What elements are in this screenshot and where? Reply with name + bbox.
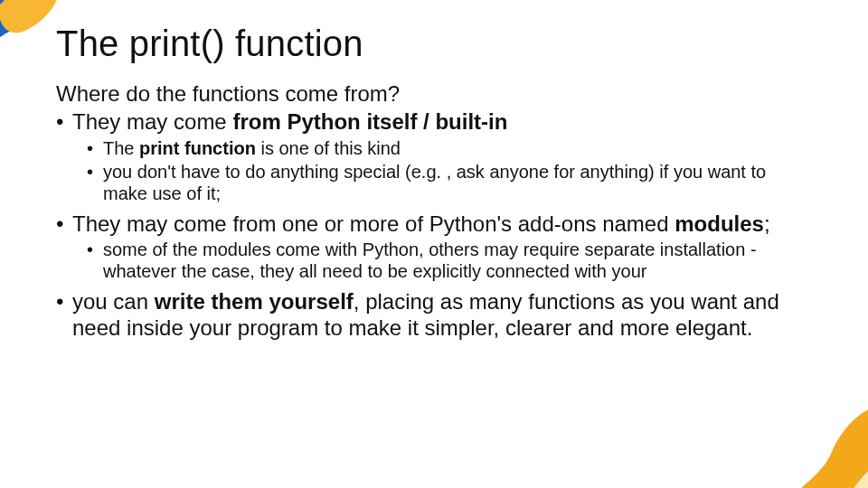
bullet-list: They may come from Python itself / built… bbox=[56, 108, 812, 341]
bullet-item: They may come from Python itself / built… bbox=[56, 108, 812, 135]
sub-bullet-list: some of the modules come with Python, ot… bbox=[56, 239, 812, 283]
slide-content: The print() function Where do the functi… bbox=[56, 23, 812, 341]
lead-question: Where do the functions come from? bbox=[56, 80, 812, 107]
slide-title: The print() function bbox=[56, 23, 812, 64]
sub-bullet-list: The print function is one of this kindyo… bbox=[56, 137, 812, 205]
bullet-item: They may come from one or more of Python… bbox=[56, 211, 812, 237]
slide: The print() function Where do the functi… bbox=[0, 0, 868, 488]
bullet-item: you can write them yourself, placing as … bbox=[56, 288, 812, 342]
sub-bullet-item: you don't have to do anything special (e… bbox=[87, 161, 812, 205]
corner-blob-bottom-right-icon bbox=[741, 380, 868, 488]
sub-bullet-item: The print function is one of this kind bbox=[87, 137, 812, 159]
sub-bullet-item: some of the modules come with Python, ot… bbox=[87, 239, 812, 283]
